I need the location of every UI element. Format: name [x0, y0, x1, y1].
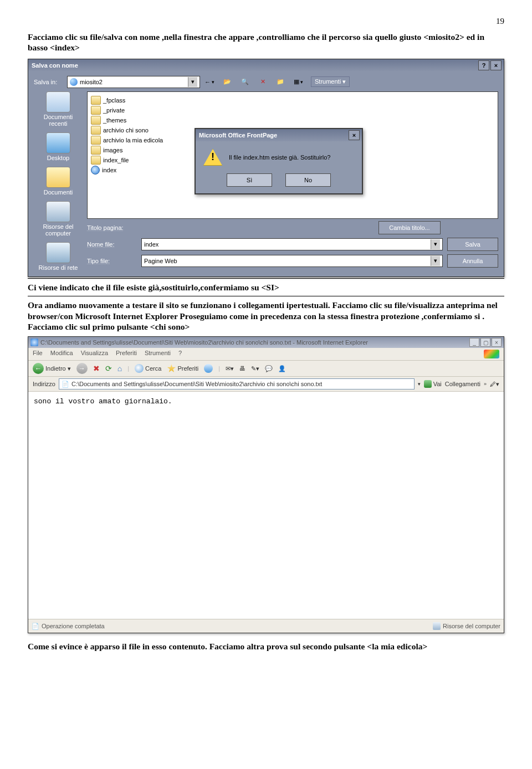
confirm-overwrite-dialog: Microsoft Office FrontPage × ! Il file i… — [195, 128, 363, 194]
edit-icon[interactable]: ✎▾ — [251, 365, 259, 372]
save-button[interactable]: Salva — [447, 238, 498, 251]
windows-flag-icon — [484, 350, 499, 358]
ie-file-icon — [91, 166, 100, 175]
folder-icon — [91, 146, 101, 155]
search-button[interactable]: Cerca — [135, 364, 161, 373]
stop-icon[interactable]: ✖ — [93, 364, 100, 373]
page-content-text: sono il vostro amato giornalaio. — [34, 397, 172, 406]
paragraph-2: Ci viene indicato che il file esiste già… — [28, 282, 504, 293]
file-name-input[interactable]: index▾ — [141, 238, 443, 250]
menu-tools[interactable]: Strumenti — [145, 350, 171, 358]
print-icon[interactable]: 🖶 — [239, 365, 245, 372]
file-type-combo[interactable]: Pagine Web▾ — [141, 255, 443, 267]
new-folder-icon[interactable]: 📁 — [275, 77, 285, 87]
warning-icon: ! — [203, 149, 222, 166]
change-title-button[interactable]: Cambia titolo... — [378, 221, 441, 234]
mail-icon[interactable]: ✉▾ — [226, 365, 234, 372]
paragraph-4: Come si evince è apparso il file in esso… — [28, 641, 504, 652]
chevron-down-icon[interactable]: ▾ — [188, 77, 197, 87]
paragraph-3: Ora andiamo nuovamente a testare il sito… — [28, 300, 504, 332]
ie-window: C:\Documents and Settings\ulisse\Documen… — [28, 336, 504, 633]
yes-button[interactable]: Sì — [227, 173, 272, 187]
ie-content-area: sono il vostro amato giornalaio. — [28, 392, 504, 619]
status-zone: Risorse del computer — [443, 623, 500, 629]
page-title-label: Titolo pagina: — [87, 224, 137, 231]
delete-icon[interactable]: ✕ — [258, 77, 268, 87]
folder-icon — [91, 106, 101, 115]
place-desktop[interactable]: Desktop — [34, 132, 83, 161]
tools-menu-button[interactable]: Strumenti ▾ — [311, 76, 350, 87]
no-button[interactable]: No — [285, 173, 331, 187]
folder-icon — [91, 126, 101, 135]
go-button[interactable]: Vai — [424, 380, 442, 388]
menu-help[interactable]: ? — [178, 350, 182, 358]
ie-menubar: File Modifica Visualizza Preferiti Strum… — [28, 348, 504, 361]
home-icon[interactable]: ⌂ — [117, 364, 122, 373]
list-item[interactable]: _themes — [91, 115, 494, 125]
save-in-label: Salva in: — [34, 79, 63, 85]
ie-address-bar: Indirizzo 📄 C:\Documents and Settings\ul… — [28, 377, 504, 392]
ie-status-bar: 📄 Operazione completata Risorse del comp… — [28, 619, 504, 633]
close-icon[interactable]: × — [492, 338, 502, 347]
folder-icon — [91, 96, 101, 105]
folder-icon — [91, 136, 101, 145]
menu-edit[interactable]: Modifica — [50, 350, 73, 358]
ie-title-text: C:\Documents and Settings\ulisse\Documen… — [40, 339, 469, 346]
chevron-down-icon[interactable]: ▾ — [431, 239, 440, 249]
close-icon[interactable]: × — [349, 130, 360, 140]
confirm-message: Il file index.htm esiste già. Sostituirl… — [229, 154, 330, 161]
maximize-icon[interactable]: ▢ — [480, 338, 490, 347]
dialog-titlebar: Salva con nome ? × — [28, 59, 504, 71]
list-item[interactable]: _private — [91, 105, 494, 115]
close-icon[interactable]: × — [490, 60, 502, 70]
places-bar: Documenti recenti Desktop Documenti Riso… — [34, 91, 83, 271]
folder-icon — [91, 156, 101, 165]
file-name-label: Nome file: — [87, 241, 137, 248]
menu-file[interactable]: File — [33, 350, 43, 358]
ie-titlebar: C:\Documents and Settings\ulisse\Documen… — [28, 337, 504, 348]
place-documents[interactable]: Documenti — [34, 167, 83, 196]
save-as-dialog: Salva con nome ? × Salva in: miosito2 ▾ … — [28, 59, 504, 277]
address-input[interactable]: 📄 C:\Documents and Settings\ulisse\Docum… — [59, 378, 415, 389]
minimize-icon[interactable]: _ — [469, 338, 479, 347]
list-item[interactable]: _fpclass — [91, 95, 494, 105]
place-network[interactable]: Risorse di rete — [34, 242, 83, 271]
back-button[interactable]: ←Indietro ▾ — [33, 363, 71, 374]
zone-icon — [433, 622, 441, 630]
status-text: Operazione completata — [42, 623, 105, 629]
save-in-row: Salva in: miosito2 ▾ ←▾ 📂 🔍 ✕ 📁 ▦▾ Strum… — [34, 76, 498, 88]
discussion-icon[interactable]: 💬 — [265, 365, 273, 372]
save-in-value: miosito2 — [80, 79, 103, 85]
paragraph-1: Facciamo clic su file/salva con nome ,ne… — [28, 32, 504, 53]
links-label[interactable]: Collegamenti — [445, 381, 480, 387]
back-arrow-icon[interactable]: ←▾ — [204, 77, 214, 87]
place-recent[interactable]: Documenti recenti — [34, 91, 83, 127]
ie-icon — [30, 339, 38, 346]
refresh-icon[interactable]: ⟳ — [105, 364, 112, 373]
dialog-title: Salva con nome — [30, 62, 477, 69]
favorites-button[interactable]: Preferiti — [167, 364, 198, 373]
cancel-button[interactable]: Annulla — [447, 254, 498, 268]
extra-dropdown-icon[interactable]: 🖉▾ — [490, 381, 499, 388]
globe-icon — [70, 78, 78, 86]
chevron-down-icon[interactable]: ▾ — [431, 256, 440, 266]
save-in-combo[interactable]: miosito2 ▾ — [67, 76, 200, 88]
up-folder-icon[interactable]: 📂 — [222, 77, 232, 87]
menu-view[interactable]: Visualizza — [81, 350, 108, 358]
confirm-title: Microsoft Office FrontPage — [198, 132, 347, 139]
help-icon[interactable]: ? — [478, 60, 489, 70]
menu-fav[interactable]: Preferiti — [116, 350, 137, 358]
views-icon[interactable]: ▦▾ — [293, 77, 303, 87]
ie-toolbar: ←Indietro ▾ → ✖ ⟳ ⌂ | Cerca Preferiti | … — [28, 361, 504, 377]
media-icon[interactable] — [204, 364, 213, 373]
page-number: 19 — [28, 17, 504, 26]
address-label: Indirizzo — [33, 381, 55, 387]
search-toolbar-icon[interactable]: 🔍 — [240, 77, 250, 87]
forward-button[interactable]: → — [76, 363, 88, 374]
place-computer[interactable]: Risorse del computer — [34, 201, 83, 237]
file-type-label: Tipo file: — [87, 258, 137, 264]
toolbar-icons: ←▾ 📂 🔍 ✕ 📁 ▦▾ Strumenti ▾ — [204, 76, 350, 87]
folder-icon — [91, 116, 101, 125]
messenger-icon[interactable]: 👤 — [278, 365, 286, 372]
